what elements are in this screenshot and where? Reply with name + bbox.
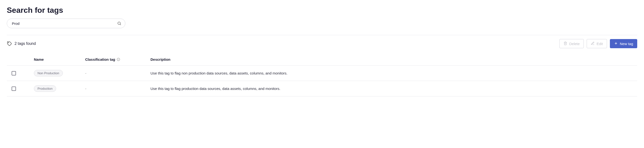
col-classification-label: Classification tag	[85, 57, 115, 62]
edit-label: Edit	[596, 42, 603, 46]
new-tag-button[interactable]: New tag	[610, 39, 637, 48]
delete-button[interactable]: Delete	[559, 39, 584, 48]
col-name: Name	[27, 57, 85, 62]
search-input[interactable]	[7, 18, 125, 28]
search-icon	[117, 21, 122, 26]
svg-point-7	[118, 59, 118, 59]
col-classification: Classification tag	[85, 57, 150, 62]
table-row: Production - Use this tag to flag produc…	[7, 81, 637, 96]
table-header: Name Classification tag Description	[7, 55, 637, 66]
svg-line-1	[120, 24, 121, 25]
row-checkbox[interactable]	[12, 86, 16, 91]
search-wrapper	[7, 18, 125, 28]
row-checkbox[interactable]	[12, 71, 16, 75]
svg-point-0	[118, 22, 120, 25]
tag-pill[interactable]: Production	[34, 85, 56, 92]
row-classification: -	[85, 71, 150, 75]
info-icon[interactable]	[116, 58, 120, 61]
results-count: 2 tags found	[7, 41, 36, 46]
results-count-label: 2 tags found	[14, 41, 36, 46]
tag-icon	[7, 41, 12, 46]
row-classification: -	[85, 86, 150, 91]
tags-table: Name Classification tag Description Non …	[7, 55, 637, 96]
plus-icon	[614, 41, 618, 46]
tag-pill[interactable]: Non Production	[34, 70, 63, 76]
new-tag-label: New tag	[620, 42, 633, 46]
row-description: Use this tag to flag production data sou…	[150, 86, 637, 91]
divider	[7, 35, 637, 35]
delete-label: Delete	[569, 42, 580, 46]
edit-button[interactable]: Edit	[587, 39, 607, 48]
pencil-icon	[591, 41, 595, 46]
toolbar: 2 tags found Delete	[7, 39, 637, 48]
svg-point-2	[8, 42, 9, 43]
table-row: Non Production - Use this tag to flag no…	[7, 66, 637, 81]
col-description: Description	[150, 57, 637, 62]
actions: Delete Edit New tag	[559, 39, 637, 48]
trash-icon	[564, 41, 567, 46]
page-title: Search for tags	[7, 6, 637, 15]
row-description: Use this tag to flag non production data…	[150, 71, 637, 75]
